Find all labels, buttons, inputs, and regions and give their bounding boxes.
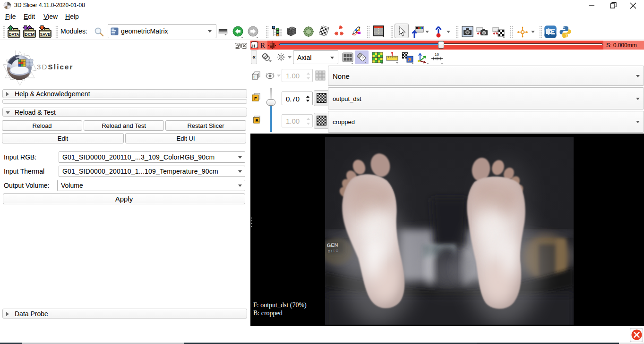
svg-text:GEN: GEN <box>326 242 338 248</box>
svg-text:10: 10 <box>435 52 439 57</box>
svg-text:DCM: DCM <box>25 32 34 37</box>
svg-text:SAVE: SAVE <box>40 32 51 37</box>
svg-text:F: F <box>254 96 257 101</box>
svg-text:DATA: DATA <box>9 32 19 37</box>
svg-text:L: L <box>254 75 256 79</box>
svg-text:B: B <box>256 118 259 123</box>
